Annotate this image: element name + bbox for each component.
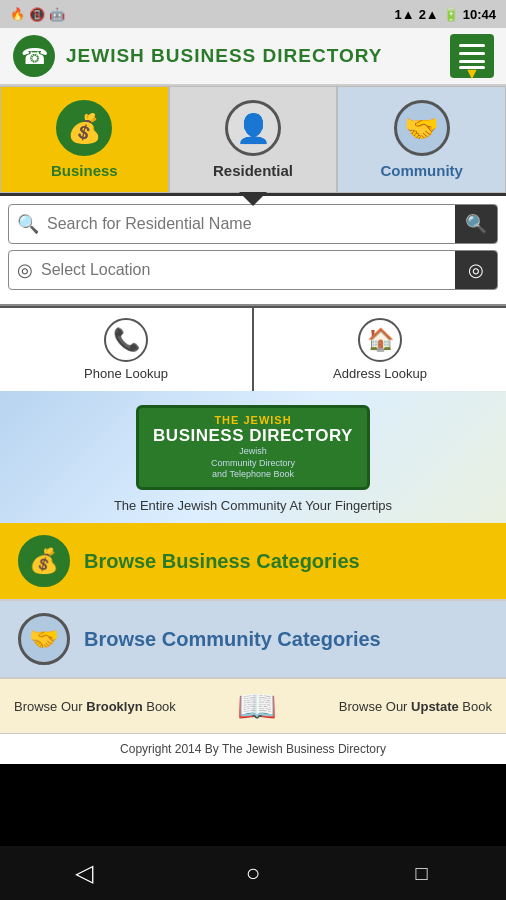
location-input[interactable] (41, 261, 455, 279)
status-bar: 🔥 📵 🤖 1▲ 2▲ 🔋 10:44 (0, 0, 506, 28)
status-left-icons: 🔥 📵 🤖 (10, 7, 65, 22)
battery-icon: 🔋 (443, 7, 459, 22)
phone-lookup-item[interactable]: 📞 Phone Lookup (0, 308, 252, 391)
browse-business-label: Browse Business Categories (84, 550, 360, 573)
location-search-row: ◎ ◎ (8, 250, 498, 290)
nav-recents-button[interactable]: □ (395, 846, 449, 900)
address-lookup-item[interactable]: 🏠 Address Lookup (254, 308, 506, 391)
banner-logo-wrap: THE JEWISH BUSINESS DIRECTORY JewishComm… (10, 405, 496, 490)
banner-tagline: The Entire Jewish Community At Your Fing… (10, 498, 496, 513)
browse-community-label: Browse Community Categories (84, 628, 381, 651)
book-icon: 📖 (237, 687, 277, 725)
phone-icon: ☎ (12, 34, 56, 78)
upstate-book-link[interactable]: Browse Our Upstate Book (339, 699, 492, 714)
name-search-row: 🔍 🔍 (8, 204, 498, 244)
business-icon: 💰 (56, 100, 112, 156)
location-icon: ◎ (9, 259, 41, 281)
location-button[interactable]: ◎ (455, 251, 497, 289)
tab-residential-label: Residential (213, 162, 293, 179)
signal-2: 2▲ (419, 7, 439, 22)
nav-home-button[interactable]: ○ (226, 846, 280, 900)
browse-business-button[interactable]: 💰 Browse Business Categories (0, 523, 506, 601)
lookup-row: 📞 Phone Lookup 🏠 Address Lookup (0, 306, 506, 391)
upstate-bold: Upstate (411, 699, 459, 714)
copyright-bar: Copyright 2014 By The Jewish Business Di… (0, 734, 506, 764)
status-right-info: 1▲ 2▲ 🔋 10:44 (395, 7, 496, 22)
search-name-input[interactable] (47, 215, 455, 233)
nav-bar: ◁ ○ □ (0, 846, 506, 900)
phone-lookup-label: Phone Lookup (84, 366, 168, 381)
flame-icon: 🔥 (10, 7, 25, 21)
community-icon: 🤝 (394, 100, 450, 156)
menu-line-2 (459, 52, 485, 55)
tab-bar: 💰 Business 👤 Residential 🤝 Community (0, 86, 506, 196)
search-section: 🔍 🔍 ◎ ◎ (0, 196, 506, 306)
svg-text:☎: ☎ (21, 44, 48, 69)
chevron-down-icon: ▼ (459, 66, 485, 69)
time-display: 10:44 (463, 7, 496, 22)
search-name-button[interactable]: 🔍 (455, 205, 497, 243)
banner-logo-sub: JewishCommunity Directoryand Telephone B… (153, 446, 353, 481)
phone-lookup-icon: 📞 (104, 318, 148, 362)
tab-residential[interactable]: 👤 Residential (169, 86, 338, 193)
banner-logo: THE JEWISH BUSINESS DIRECTORY JewishComm… (136, 405, 370, 490)
search-name-icon: 🔍 (9, 213, 47, 235)
browse-community-icon: 🤝 (18, 613, 70, 665)
menu-button[interactable]: ▼ (450, 34, 494, 78)
app-title: JEWISH BUSINESS DIRECTORY (66, 45, 382, 67)
residential-icon: 👤 (225, 100, 281, 156)
nav-back-button[interactable]: ◁ (57, 846, 111, 900)
menu-line-1 (459, 44, 485, 47)
tab-business[interactable]: 💰 Business (0, 86, 169, 193)
brooklyn-book-link[interactable]: Browse Our Brooklyn Book (14, 699, 176, 714)
address-lookup-icon: 🏠 (358, 318, 402, 362)
banner-logo-main: BUSINESS DIRECTORY (153, 426, 353, 446)
books-row: Browse Our Brooklyn Book 📖 Browse Our Up… (0, 679, 506, 734)
android-icon: 🤖 (49, 7, 65, 22)
copyright-text: Copyright 2014 By The Jewish Business Di… (120, 742, 386, 756)
banner-section: THE JEWISH BUSINESS DIRECTORY JewishComm… (0, 391, 506, 523)
tab-business-label: Business (51, 162, 118, 179)
browse-community-button[interactable]: 🤝 Browse Community Categories (0, 601, 506, 679)
header-left: ☎ JEWISH BUSINESS DIRECTORY (12, 34, 382, 78)
tab-community-label: Community (380, 162, 463, 179)
browse-business-icon: 💰 (18, 535, 70, 587)
menu-line-3 (459, 60, 485, 63)
no-photo-icon: 📵 (29, 7, 45, 22)
app-header: ☎ JEWISH BUSINESS DIRECTORY ▼ (0, 28, 506, 86)
signal-1: 1▲ (395, 7, 415, 22)
tab-community[interactable]: 🤝 Community (337, 86, 506, 193)
brooklyn-bold: Brooklyn (86, 699, 142, 714)
address-lookup-label: Address Lookup (333, 366, 427, 381)
banner-logo-title: THE JEWISH (153, 414, 353, 426)
